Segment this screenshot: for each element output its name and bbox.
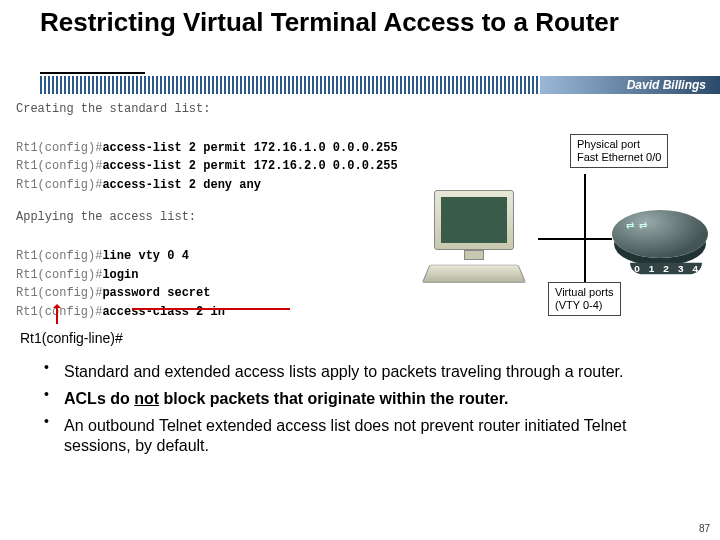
prompt-label: Rt1(config-line)# <box>20 330 123 346</box>
code-line: Rt1(config)#access-class 2 in <box>16 303 416 322</box>
link-line <box>584 174 586 282</box>
callout-text: Physical port <box>577 138 661 151</box>
callout-text: Fast Ethernet 0/0 <box>577 151 661 164</box>
network-diagram: Physical port Fast Ethernet 0/0 Virtual … <box>420 130 710 320</box>
code-block: Creating the standard list: Rt1(config)#… <box>16 100 416 321</box>
computer-icon <box>420 190 540 290</box>
red-underline <box>132 308 290 310</box>
author-label: David Billings <box>627 76 706 94</box>
link-line <box>584 238 612 240</box>
code-header-create: Creating the standard list: <box>16 100 416 119</box>
router-port-numbers: 0 1 2 3 4 <box>630 263 702 275</box>
page-number: 87 <box>699 523 710 534</box>
port-num: 4 <box>692 264 698 274</box>
red-arrow-icon <box>56 306 58 324</box>
code-header-apply: Applying the access list: <box>16 208 416 227</box>
code-line: Rt1(config)#line vty 0 4 <box>16 247 416 266</box>
router-icon: ⇄ ⇄ <box>612 210 708 258</box>
bullet-item: ACLs do not block packets that originate… <box>40 389 690 410</box>
port-num: 1 <box>649 264 655 274</box>
port-num: 3 <box>678 264 684 274</box>
title-underline <box>40 72 145 74</box>
bullet-list: Standard and extended access lists apply… <box>40 362 690 463</box>
port-num: 0 <box>634 264 640 274</box>
bullet-item: An outbound Telnet extended access list … <box>40 416 690 458</box>
virtual-ports-callout: Virtual ports (VTY 0-4) <box>548 282 621 316</box>
bullet-text: not <box>134 390 159 407</box>
code-line: Rt1(config)#login <box>16 266 416 285</box>
code-line: Rt1(config)#access-list 2 permit 172.16.… <box>16 139 416 158</box>
code-line: Rt1(config)#access-list 2 permit 172.16.… <box>16 157 416 176</box>
code-line: Rt1(config)#password secret <box>16 284 416 303</box>
physical-port-callout: Physical port Fast Ethernet 0/0 <box>570 134 668 168</box>
bullet-text: ACLs do <box>64 390 134 407</box>
link-line <box>538 238 586 240</box>
code-line: Rt1(config)#access-list 2 deny any <box>16 176 416 195</box>
port-num: 2 <box>663 264 669 274</box>
callout-text: Virtual ports <box>555 286 614 299</box>
bullet-text: block packets that originate within the … <box>159 390 508 407</box>
callout-text: (VTY 0-4) <box>555 299 614 312</box>
bullet-item: Standard and extended access lists apply… <box>40 362 690 383</box>
slide-title: Restricting Virtual Terminal Access to a… <box>0 0 720 39</box>
